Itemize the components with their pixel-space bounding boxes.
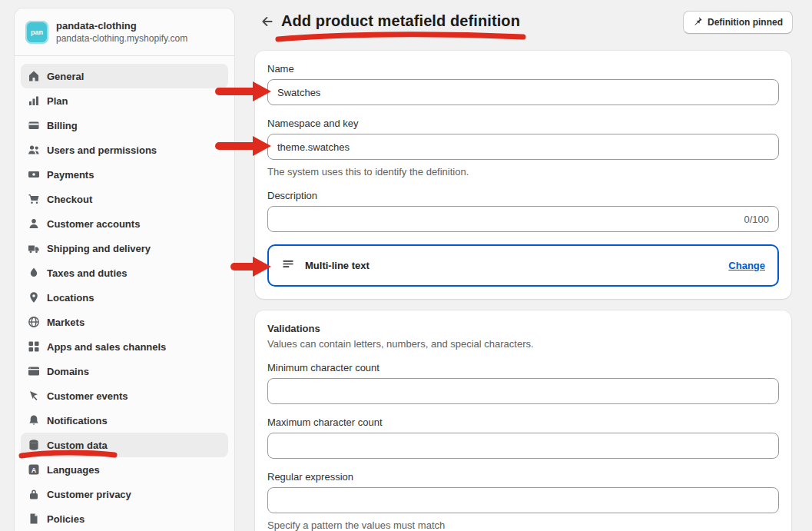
definition-pinned-label: Definition pinned [708, 17, 783, 28]
lock-icon [27, 488, 40, 500]
bell-icon [27, 414, 40, 426]
name-label: Name [267, 63, 779, 75]
sidebar-item-label: Domains [47, 366, 89, 377]
min-count-label: Minimum character count [267, 362, 779, 373]
sidebar-item-label: Plan [47, 95, 68, 107]
sidebar-item-custom-data[interactable]: Custom data [21, 433, 228, 457]
back-arrow-icon [260, 15, 274, 31]
truck-icon [27, 242, 40, 254]
sidebar-item-locations[interactable]: Locations [21, 285, 228, 310]
namespace-label: Namespace and key [267, 118, 779, 129]
sidebar-item-label: Billing [47, 120, 78, 131]
database-icon [27, 439, 40, 451]
sidebar-item-policies[interactable]: Policies [21, 506, 228, 531]
store-name: pandata-clothing [56, 19, 187, 32]
description-label: Description [267, 190, 779, 201]
store-header: pan pandata-clothing pandata-clothing.my… [15, 8, 234, 56]
sidebar-item-apps-sales-channels[interactable]: Apps and sales channels [21, 334, 228, 359]
name-input[interactable] [267, 79, 779, 105]
sidebar-item-notifications[interactable]: Notifications [21, 408, 228, 433]
sidebar-item-billing[interactable]: Billing [21, 113, 228, 138]
sidebar-item-domains[interactable]: Domains [21, 359, 228, 383]
namespace-help-text: The system uses this to identify the def… [267, 166, 779, 178]
max-count-input[interactable] [267, 433, 779, 459]
page-title: Add product metafield definition [281, 12, 520, 30]
sidebar-item-checkout[interactable]: Checkout [21, 187, 228, 211]
sidebar-item-label: Languages [47, 464, 100, 476]
regex-help-text: Specify a pattern the values must match [267, 519, 779, 531]
namespace-field-group: Namespace and key The system uses this t… [267, 118, 779, 178]
description-input[interactable] [277, 214, 744, 225]
sidebar-item-label: Policies [47, 513, 85, 525]
sidebar-item-general[interactable]: General [21, 64, 228, 88]
svg-text:A: A [31, 466, 36, 474]
globe-icon [27, 316, 40, 328]
description-field-group: Description 0/100 [267, 190, 779, 232]
definition-card: Name Namespace and key The system uses t… [255, 51, 791, 299]
min-count-input[interactable] [267, 378, 779, 404]
name-field-group: Name [267, 63, 779, 105]
sidebar-item-label: Checkout [47, 194, 92, 205]
sidebar-item-shipping-delivery[interactable]: Shipping and delivery [21, 236, 228, 261]
sidebar-item-label: Custom data [47, 440, 108, 451]
sidebar-item-label: Shipping and delivery [47, 243, 151, 254]
person-icon [27, 217, 40, 230]
min-count-field-group: Minimum character count [267, 362, 779, 404]
regex-field-group: Regular expression Specify a pattern the… [267, 471, 779, 531]
sidebar-item-customer-events[interactable]: Customer events [21, 383, 228, 408]
sidebar-item-label: Customer events [47, 390, 128, 402]
max-count-label: Maximum character count [267, 417, 779, 428]
grid-icon [27, 340, 40, 353]
translate-icon: A [27, 463, 40, 476]
droplet-icon [27, 267, 40, 279]
sidebar-item-customer-accounts[interactable]: Customer accounts [21, 211, 228, 236]
back-button[interactable] [257, 12, 278, 33]
chart-icon [27, 95, 40, 107]
regex-input[interactable] [267, 487, 779, 513]
namespace-input[interactable] [267, 134, 779, 160]
settings-nav: General Plan Billing Users and permissio… [15, 56, 234, 531]
cash-icon [27, 168, 40, 181]
sidebar-item-label: Users and permissions [47, 144, 157, 156]
content-type-label: Multi-line text [305, 260, 370, 271]
sidebar-item-users-permissions[interactable]: Users and permissions [21, 138, 228, 162]
sidebar-item-label: Markets [47, 317, 85, 328]
sidebar-item-label: Notifications [47, 415, 108, 426]
definition-pinned-button[interactable]: Definition pinned [683, 11, 793, 34]
description-char-counter: 0/100 [744, 214, 769, 225]
sidebar-item-label: Customer accounts [47, 218, 140, 230]
users-icon [27, 144, 40, 156]
validations-title: Validations [267, 323, 779, 334]
card-icon [27, 119, 40, 131]
document-icon [27, 513, 40, 525]
sidebar-item-label: Customer privacy [47, 489, 131, 500]
multiline-text-icon [281, 257, 294, 274]
cursor-icon [27, 390, 40, 402]
sidebar-item-taxes-duties[interactable]: Taxes and duties [21, 261, 228, 285]
cart-icon [27, 193, 40, 205]
sidebar-item-label: Payments [47, 169, 94, 181]
browser-icon [27, 365, 40, 377]
sidebar-item-label: Taxes and duties [47, 267, 128, 279]
sidebar-item-markets[interactable]: Markets [21, 310, 228, 334]
store-icon [27, 70, 40, 82]
sidebar-item-customer-privacy[interactable]: Customer privacy [21, 482, 228, 506]
sidebar-item-payments[interactable]: Payments [21, 162, 228, 187]
sidebar-item-label: General [47, 71, 84, 82]
max-count-field-group: Maximum character count [267, 417, 779, 459]
regex-label: Regular expression [267, 471, 779, 483]
store-domain: pandata-clothing.myshopify.com [56, 32, 187, 45]
validations-subtitle: Values can contain letters, numbers, and… [267, 338, 779, 350]
pin-icon [693, 16, 703, 28]
sidebar-item-label: Locations [47, 292, 94, 304]
sidebar-item-label: Apps and sales channels [47, 341, 166, 353]
sidebar-item-languages[interactable]: A Languages [21, 457, 228, 482]
description-input-wrapper: 0/100 [267, 206, 779, 232]
validations-card: Validations Values can contain letters, … [255, 310, 791, 531]
store-avatar: pan [25, 21, 48, 44]
location-pin-icon [27, 291, 40, 304]
sidebar-item-plan[interactable]: Plan [21, 88, 228, 113]
store-info: pandata-clothing pandata-clothing.myshop… [56, 19, 187, 45]
change-type-link[interactable]: Change [728, 260, 765, 271]
settings-sidebar: pan pandata-clothing pandata-clothing.my… [14, 8, 235, 531]
